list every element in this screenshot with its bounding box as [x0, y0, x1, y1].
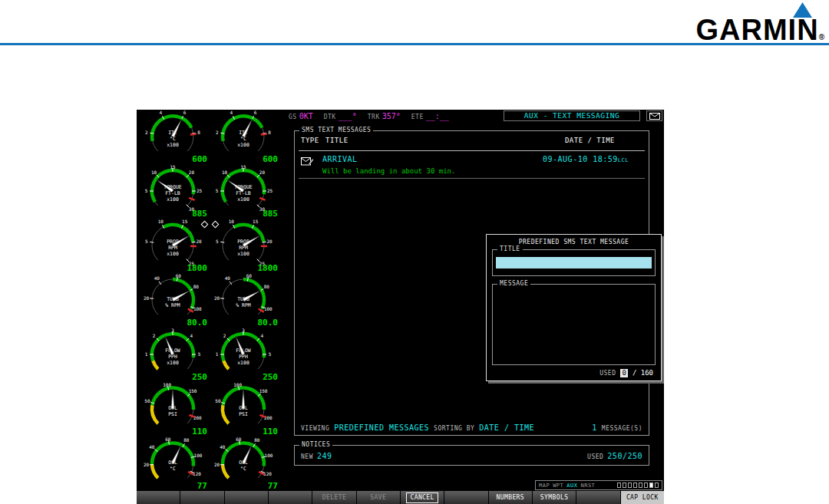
softkey-blank-3[interactable] [225, 491, 268, 504]
softkey-blank-8[interactable] [444, 491, 487, 504]
gauge-oil-psi-left: 50100150200OILPSI110 [138, 382, 209, 436]
svg-text:80: 80 [264, 284, 270, 289]
title-field-label: TITLE [497, 245, 523, 253]
page-title: AUX - TEXT MESSAGING [504, 110, 640, 121]
garmin-logo: GARMIN® [696, 2, 825, 49]
sorting-mode: DATE / TIME [479, 423, 534, 432]
svg-text:10: 10 [229, 219, 235, 224]
softkey-cancel[interactable]: CANCEL [401, 491, 444, 504]
svg-text:10: 10 [222, 170, 228, 175]
svg-text:PSI: PSI [168, 411, 177, 417]
header-divider [299, 150, 645, 151]
softkey-blank-2[interactable] [180, 491, 223, 504]
manual-page: GARMIN® 2468ITT°Cx1006002468ITT°Cx100600… [0, 0, 829, 504]
svg-text:250: 250 [263, 372, 278, 382]
svg-text:% RPM: % RPM [165, 302, 180, 308]
svg-text:25: 25 [267, 188, 273, 193]
message-field-group: MESSAGE [492, 284, 656, 365]
dtk-field: DTK ___° [324, 112, 357, 120]
svg-text:4: 4 [190, 333, 193, 338]
svg-text:50: 50 [144, 398, 150, 404]
message-count-label: MESSAGE(S) [602, 425, 642, 432]
page-box-8 [655, 483, 659, 488]
svg-text:60: 60 [236, 436, 242, 442]
softkey-delete[interactable]: DELETE [312, 491, 355, 504]
gauge-fflow-left: 12345FFLOWPPHx100250 [138, 328, 209, 382]
notices-new-count: 249 [317, 452, 332, 460]
trk-value: 357° [382, 112, 401, 120]
notices-used-label: USED [587, 453, 603, 460]
gauge-oil-psi-right: 50100150200OILPSI110 [209, 382, 279, 436]
svg-text:60: 60 [176, 273, 182, 278]
message-row[interactable]: ARRIVAL 09-AUG-10 18:59LCL [301, 154, 642, 166]
svg-text:50: 50 [215, 398, 221, 404]
svg-text:°C: °C [240, 466, 246, 472]
dtk-label: DTK [324, 114, 336, 120]
message-title: ARRIVAL [322, 155, 358, 163]
softkey-cap-lock[interactable]: CAP LOCK [621, 491, 664, 504]
dtk-value: ___° [339, 112, 357, 120]
svg-text:40: 40 [154, 275, 160, 281]
page-title-text: AUX - TEXT MESSAGING [524, 111, 619, 120]
eis-row-itt: 2468ITT°Cx1006002468ITT°Cx100600 [137, 110, 285, 164]
svg-text:3: 3 [242, 328, 245, 333]
svg-text:77: 77 [268, 481, 278, 491]
softkey-symbols[interactable]: SYMBOLS [533, 491, 576, 504]
title-input[interactable] [496, 257, 652, 268]
svg-text:5: 5 [145, 188, 148, 193]
softkey-save[interactable]: SAVE [357, 491, 400, 504]
message-datetime: 09-AUG-10 18:59LCL [543, 155, 629, 163]
svg-text:15: 15 [182, 219, 188, 224]
svg-text:x100: x100 [237, 251, 249, 257]
softkey-blank-4[interactable] [269, 491, 312, 504]
trk-field: TRK 357° [368, 112, 401, 120]
svg-text:20: 20 [259, 170, 266, 175]
gauge-oil-temp-left: 20406080100120OIL°C77 [138, 436, 209, 491]
svg-text:2: 2 [145, 130, 148, 135]
svg-text:x100: x100 [167, 142, 179, 148]
svg-text:100: 100 [233, 382, 242, 387]
message-timezone: LCL [618, 157, 629, 163]
svg-text:x100: x100 [237, 196, 249, 203]
gauge-turb-right: 20406080100TURB% RPM80.0 [209, 273, 279, 328]
softkey-numbers[interactable]: NUMBERS [489, 491, 532, 504]
svg-text:20: 20 [214, 295, 220, 301]
ete-value: __:__ [426, 112, 449, 120]
svg-text:100: 100 [193, 306, 202, 311]
garmin-wordmark: GARMIN® [696, 18, 825, 49]
notices-used-count: 250/250 [607, 452, 642, 460]
softkey-blank-1[interactable] [137, 491, 180, 504]
page-box-1 [617, 483, 621, 488]
softkey-blank-11[interactable] [576, 491, 619, 504]
svg-text:15: 15 [253, 219, 259, 224]
svg-text:100: 100 [265, 453, 273, 458]
dialog-title: PREDEFINED SMS TEXT MESSAGE [487, 239, 661, 245]
ete-label: ETE [411, 114, 424, 120]
column-header-title: TITLE [325, 137, 348, 144]
sms-box-title: SMS TEXT MESSAGES [299, 127, 373, 134]
column-header-datetime: DATE / TIME [565, 137, 615, 144]
notices-box: NOTICES NEW 249 USED 250/250 [294, 445, 649, 466]
registered-mark: ® [819, 33, 825, 41]
row-divider [299, 178, 645, 179]
nav-status-bar: GS 0KT DTK ___° TRK 357° ETE __:__ AUX -… [285, 110, 664, 122]
svg-text:15: 15 [240, 164, 246, 170]
svg-text:100: 100 [163, 382, 171, 387]
list-status-row: VIEWING PREDEFINED MESSAGES SORTING BY D… [301, 423, 642, 432]
garmin-wordmark-text: GARMIN [696, 14, 819, 46]
message-input[interactable] [496, 288, 652, 361]
svg-text:100: 100 [194, 453, 203, 458]
svg-text:6: 6 [183, 110, 187, 115]
eis-row-turb: 20406080100TURB% RPM80.020406080100TURB%… [137, 273, 285, 328]
message-date: 09-AUG-10 [543, 155, 588, 163]
svg-text:3: 3 [171, 328, 174, 333]
gauge-fflow-right: 12345FFLOWPPHx100250 [209, 328, 279, 382]
svg-text:15: 15 [170, 164, 176, 170]
used-label: USED [599, 370, 616, 377]
mail-icon [646, 110, 662, 121]
svg-text:25: 25 [197, 188, 203, 193]
gauge-oil-temp-right: 20406080100120OIL°C77 [209, 436, 279, 491]
notices-box-title: NOTICES [299, 441, 332, 449]
gauge-itt-left: 2468ITT°Cx100600 [138, 110, 209, 164]
svg-text:10: 10 [158, 219, 164, 224]
